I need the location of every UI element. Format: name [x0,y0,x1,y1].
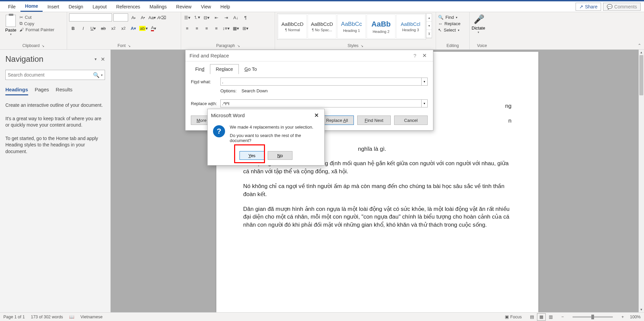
style-heading1[interactable]: AaBbCcHeading 1 [337,14,366,39]
status-spellcheck-icon[interactable]: 📖 [69,314,74,319]
tab-home[interactable]: Home [20,1,43,12]
increase-indent-button[interactable]: ⇥ [222,13,230,21]
scroll-up-button[interactable]: ▲ [639,50,644,55]
tab-file[interactable]: File [3,2,20,11]
style-nospacing[interactable]: AaBbCcD¶ No Spac... [308,14,336,39]
superscript-button[interactable]: x2 [119,24,127,32]
decrease-indent-button[interactable]: ⇤ [212,13,220,21]
tab-references[interactable]: References [111,2,145,11]
align-center-button[interactable]: ≡ [193,24,201,32]
fr-close-button[interactable]: ✕ [420,52,429,59]
view-read-button[interactable]: ▤ [528,313,536,321]
msgbox-yes-button[interactable]: Yes [239,151,264,160]
tab-design[interactable]: Design [64,2,88,11]
msgbox-no-button[interactable]: No [268,151,292,160]
fr-tab-find[interactable]: Find [190,64,210,74]
clear-format-button[interactable]: A⌫ [158,13,166,21]
focus-mode-button[interactable]: ▣Focus [505,314,522,319]
tab-view[interactable]: View [196,2,216,11]
styles-launcher[interactable]: ↘ [361,44,363,48]
fr-findwhat-input[interactable] [220,78,422,86]
fr-findnext-button[interactable]: Find Next [357,116,391,125]
change-case-button[interactable]: Aa▾ [148,13,156,21]
text-effects-button[interactable]: A▾ [129,24,138,32]
subscript-button[interactable]: x2 [109,24,117,32]
nav-search-input[interactable] [8,72,93,78]
font-size-combo[interactable] [113,13,128,21]
nav-tab-results[interactable]: Results [56,87,72,95]
collapse-ribbon-button[interactable]: ⌃ [638,43,641,48]
fr-replacewith-input[interactable] [220,99,422,107]
status-words[interactable]: 173 of 302 words [31,315,63,319]
zoom-in-button[interactable]: + [622,315,624,319]
replace-button[interactable]: ↔Replace [438,21,461,26]
font-name-combo[interactable] [69,13,112,21]
line-spacing-button[interactable]: ↕≡▾ [222,24,230,32]
fr-tab-replace[interactable]: Replace [210,64,238,74]
find-button[interactable]: 🔍Find▾ [438,15,461,20]
search-icon[interactable]: 🔍 [93,72,100,78]
scroll-thumb[interactable] [639,55,643,95]
fr-findwhat-dropdown[interactable]: ▾ [422,78,428,86]
tab-layout[interactable]: Layout [88,2,111,11]
tab-help[interactable]: Help [216,2,235,11]
tab-review[interactable]: Review [171,2,196,11]
clipboard-launcher[interactable]: ↘ [42,44,44,48]
bold-button[interactable]: B [69,24,77,32]
fr-cancel-button[interactable]: Cancel [394,116,428,125]
fr-help-button[interactable]: ? [410,53,420,58]
msgbox-close-button[interactable]: ✕ [312,112,321,119]
fr-tab-goto[interactable]: Go To [239,64,263,74]
style-normal[interactable]: AaBbCcD¶ Normal [278,14,307,39]
styles-scroll[interactable]: ▴▾⊻ [426,13,432,38]
paste-button[interactable]: Paste ▾ [2,13,19,36]
fr-replacewith-dropdown[interactable]: ▾ [422,99,428,107]
grow-font-button[interactable]: A▴ [129,13,138,21]
copy-button[interactable]: ⧉Copy [19,21,54,26]
font-color-button[interactable]: A▾ [150,24,158,32]
nav-dropdown[interactable]: ▾ [95,57,97,61]
select-button[interactable]: ↖Select▾ [438,28,461,33]
strike-button[interactable]: ab [99,24,107,32]
nav-tab-pages[interactable]: Pages [35,87,49,95]
cut-button[interactable]: ✂Cut [19,15,54,20]
underline-button[interactable]: U▾ [89,24,97,32]
justify-button[interactable]: ≡ [212,24,220,32]
italic-button[interactable]: I [79,24,87,32]
align-right-button[interactable]: ≡ [203,24,211,32]
bullets-button[interactable]: ☰▾ [183,13,191,21]
format-painter-button[interactable]: 🖌Format Painter [19,27,54,32]
dictate-button[interactable]: 🎤 Dictate ▾ [472,13,485,34]
shrink-font-button[interactable]: A▾ [139,13,147,21]
zoom-level[interactable]: 100% [630,315,641,319]
show-marks-button[interactable]: ¶ [241,13,250,21]
zoom-slider[interactable] [573,316,613,318]
style-heading3[interactable]: AaBbCclHeading 3 [396,14,425,39]
multilevel-button[interactable]: ⊟▾ [203,13,211,21]
borders-button[interactable]: ⊞▾ [241,24,250,32]
view-web-button[interactable]: ▥ [546,313,555,321]
align-left-button[interactable]: ≡ [183,24,191,32]
comments-button[interactable]: 💬Comments [603,3,641,11]
status-page[interactable]: Page 1 of 1 [3,315,25,319]
status-language[interactable]: Vietnamese [80,315,103,319]
zoom-out-button[interactable]: − [561,315,564,319]
paragraph-launcher[interactable]: ↘ [237,44,240,48]
vertical-scrollbar[interactable]: ▲ ▼ [639,50,644,312]
nav-close-button[interactable]: ✕ [101,56,105,62]
nav-tab-headings[interactable]: Headings [5,87,28,95]
view-print-button[interactable]: ▦ [537,313,546,321]
share-button[interactable]: ↗Share [576,3,601,11]
highlight-button[interactable]: ab▾ [140,24,148,32]
fr-replaceall-button[interactable]: Replace All [320,116,354,125]
numbering-button[interactable]: ⒈▾ [193,13,201,21]
styles-gallery[interactable]: AaBbCcD¶ Normal AaBbCcD¶ No Spac... AaBb… [277,13,426,40]
search-dropdown[interactable]: ▾ [101,73,103,77]
sort-button[interactable]: A↓ [232,13,240,21]
tab-insert[interactable]: Insert [43,2,64,11]
scroll-down-button[interactable]: ▼ [639,307,644,312]
style-heading2[interactable]: AaBbHeading 2 [367,14,395,39]
nav-search[interactable]: 🔍 ▾ [5,70,105,80]
shading-button[interactable]: ▦▾ [232,24,240,32]
font-launcher[interactable]: ↘ [128,44,130,48]
